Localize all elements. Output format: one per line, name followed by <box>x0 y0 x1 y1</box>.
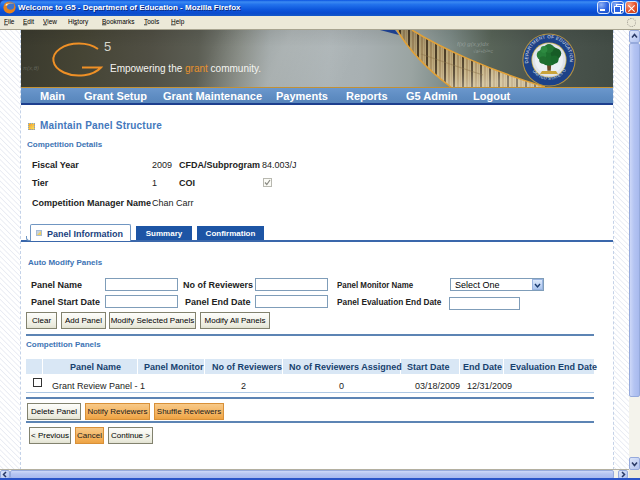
svg-text:f(x) g(x,y)dx: f(x) g(x,y)dx <box>457 41 490 47</box>
svg-text:π(x,θ): π(x,θ) <box>23 65 39 71</box>
svg-text:√a²+b²=c: √a²+b²=c <box>473 48 493 54</box>
